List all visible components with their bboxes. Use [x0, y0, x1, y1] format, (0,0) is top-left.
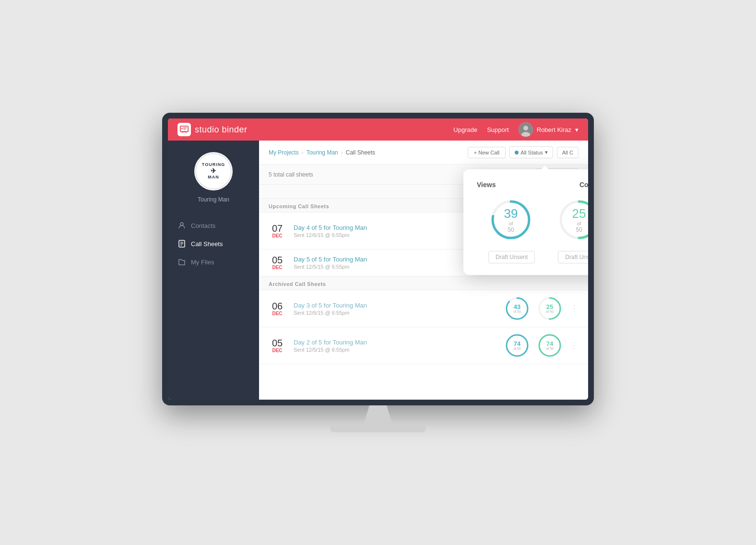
row-title[interactable]: Day 2 of 5 for Touring Man — [294, 339, 497, 346]
svg-point-5 — [523, 126, 528, 130]
breadcrumb-project[interactable]: Touring Man — [307, 149, 338, 156]
big-confirmed-of: of — [572, 221, 586, 226]
row-info: Day 2 of 5 for Touring Man Sent 12/5/15 … — [294, 339, 497, 353]
row-stats: 43 of 50 25 — [505, 296, 579, 321]
user-menu[interactable]: Robert Kiraz ▾ — [519, 122, 579, 137]
screen: studio binder Upgrade Support Ro — [168, 118, 588, 400]
user-chevron: ▾ — [575, 126, 579, 133]
views-stat: 43 of 50 — [505, 296, 530, 321]
row-date: 07 DEC — [269, 224, 286, 238]
row-title[interactable]: Day 3 of 5 for Touring Man — [294, 302, 497, 309]
row-title[interactable]: Day 5 of 5 for Touring Man — [294, 256, 488, 263]
breadcrumb-current: Call Sheets — [346, 149, 375, 156]
confirmed-denom: of 50 — [546, 310, 554, 313]
row-day: 06 — [269, 301, 286, 311]
project-logo: TOURING ✈ MAN — [194, 152, 233, 190]
row-stats: 74 of 50 74 — [505, 333, 579, 358]
big-confirmed-num: 25 — [572, 206, 586, 221]
confirmed-num: 74 — [546, 341, 554, 347]
topbar: studio binder Upgrade Support Ro — [168, 118, 588, 141]
monitor-wrapper: studio binder Upgrade Support Ro — [162, 113, 594, 432]
breadcrumb-my-projects[interactable]: My Projects — [269, 149, 299, 156]
row-month: DEC — [269, 233, 286, 238]
row-subtitle: Sent 12/5/15 @ 6:55pm — [294, 264, 488, 270]
user-name: Robert Kiraz — [537, 126, 571, 133]
row-month: DEC — [269, 348, 286, 353]
support-link[interactable]: Support — [487, 126, 509, 133]
svg-point-7 — [180, 223, 183, 225]
confirmed-stat: 25 of 50 — [537, 296, 562, 321]
big-views-denom: 50 — [504, 226, 518, 233]
tooltip-draft-badge-1: Draft Unsent — [488, 251, 535, 263]
sidebar-item-contacts[interactable]: Contacts — [168, 216, 259, 235]
archived-section-header: Archived Call Sheets — [259, 276, 588, 290]
big-confirmed-inner: 25 of 50 — [572, 206, 586, 233]
topbar-right: Upgrade Support Robert Kiraz ▾ — [453, 122, 579, 137]
table-row[interactable]: 06 DEC Day 3 of 5 for Touring Man Sent 1… — [259, 290, 588, 327]
all-filter-label: All C — [562, 150, 573, 155]
project-logo-text: TOURING ✈ MAN — [202, 163, 225, 179]
app-logo: studio binder — [177, 123, 248, 136]
row-subtitle: Sent 12/5/15 @ 6:55pm — [294, 347, 497, 353]
tooltip-draft-badge-2: Draft Uns... — [558, 251, 588, 263]
project-name: Touring Man — [198, 196, 229, 203]
big-confirmed-circle: 25 of 50 — [557, 198, 588, 241]
sidebar-item-call-sheets[interactable]: Call Sheets — [168, 235, 259, 253]
stand-base — [330, 425, 426, 432]
user-avatar — [519, 122, 533, 137]
logo-line2: ✈ — [202, 167, 225, 175]
table-row[interactable]: 05 DEC Day 2 of 5 for Touring Man Sent 1… — [259, 327, 588, 364]
breadcrumb-bar: My Projects › Touring Man › Call Sheets … — [259, 141, 588, 165]
my-files-icon — [177, 258, 186, 266]
monitor-stand — [162, 405, 594, 432]
views-denom: of 50 — [513, 310, 521, 313]
tooltip-views-label: Views — [477, 181, 496, 189]
confirmed-denom: of 50 — [546, 347, 554, 350]
views-num: 43 — [513, 304, 521, 310]
all-filter-dropdown[interactable]: All C — [557, 147, 579, 158]
svg-point-1 — [181, 128, 183, 130]
logo-line3: MAN — [202, 175, 225, 180]
nav-items: Contacts Call Sheets — [168, 216, 259, 271]
call-sheets-label: Call Sheets — [191, 240, 223, 248]
status-filter-dropdown[interactable]: All Status ▾ — [509, 146, 553, 158]
new-call-button[interactable]: + New Call — [468, 147, 506, 158]
big-views-circle: 39 of 50 — [489, 198, 532, 241]
row-date: 05 DEC — [269, 338, 286, 353]
row-info: Day 3 of 5 for Touring Man Sent 12/6/15 … — [294, 302, 497, 316]
row-more-icon[interactable]: ⋮ — [570, 303, 579, 314]
chevron-down-icon: ▾ — [545, 149, 548, 155]
project-logo-inner: TOURING ✈ MAN — [195, 153, 232, 190]
tooltip-circles: 39 of 50 — [477, 198, 588, 241]
confirmed-stat: 74 of 50 — [537, 333, 562, 358]
breadcrumb-sep1: › — [302, 149, 304, 156]
summary-text: 5 total call sheets — [269, 171, 313, 178]
breadcrumb-actions: + New Call All Status ▾ All C — [468, 146, 579, 158]
row-more-icon[interactable]: ⋮ — [570, 340, 579, 351]
status-dot — [515, 151, 519, 154]
views-num: 74 — [513, 341, 521, 347]
row-info: Day 5 of 5 for Touring Man Sent 12/5/15 … — [294, 256, 488, 270]
monitor-body: studio binder Upgrade Support Ro — [162, 113, 594, 405]
big-views-num: 39 — [504, 206, 518, 221]
my-files-label: My Files — [191, 259, 214, 266]
contacts-icon — [177, 221, 186, 230]
sidebar-item-my-files[interactable]: My Files — [168, 253, 259, 271]
upgrade-link[interactable]: Upgrade — [453, 126, 477, 133]
big-confirmed-denom: 50 — [572, 226, 586, 233]
row-month: DEC — [269, 265, 286, 270]
stats-tooltip: Views Confirmed 39 — [463, 169, 588, 275]
tooltip-header: Views Confirmed — [477, 181, 588, 189]
status-filter-label: All Status — [520, 150, 543, 155]
logo-icon — [177, 123, 191, 136]
sidebar: TOURING ✈ MAN Touring Man — [168, 141, 259, 400]
views-denom: of 50 — [513, 347, 521, 350]
big-views-inner: 39 of 50 — [504, 206, 518, 233]
big-views-of: of — [504, 221, 518, 226]
breadcrumb: My Projects › Touring Man › Call Sheets — [269, 149, 375, 156]
row-day: 07 — [269, 224, 286, 233]
row-day: 05 — [269, 255, 286, 265]
stand-neck — [364, 405, 392, 425]
row-month: DEC — [269, 311, 286, 316]
views-stat: 74 of 50 — [505, 333, 530, 358]
